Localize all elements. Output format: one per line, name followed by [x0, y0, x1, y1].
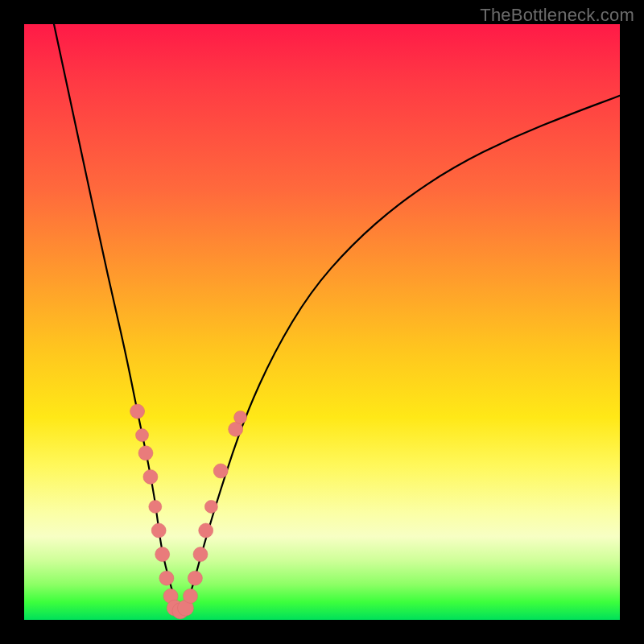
sample-dot: [130, 404, 145, 419]
plot-area: [24, 24, 620, 620]
sample-dot: [138, 446, 153, 460]
sample-dot: [155, 547, 170, 562]
sample-dots-group: [130, 404, 247, 619]
sample-dot: [234, 411, 247, 423]
sample-dot: [229, 422, 243, 436]
sample-dot: [143, 469, 158, 484]
chart-overlay: [24, 24, 620, 620]
sample-dot: [204, 500, 217, 513]
sample-dot: [199, 523, 213, 538]
sample-dot: [188, 571, 202, 585]
sample-dot: [193, 547, 208, 562]
sample-dot: [184, 588, 198, 603]
sample-dot: [159, 571, 174, 585]
watermark-text: TheBottleneck.com: [480, 5, 634, 26]
sample-dot: [136, 429, 149, 442]
outer-frame: TheBottleneck.com: [0, 0, 644, 644]
bottleneck-curve: [54, 24, 620, 608]
sample-dot: [149, 500, 162, 513]
sample-dot: [151, 523, 166, 538]
sample-dot: [213, 464, 228, 478]
